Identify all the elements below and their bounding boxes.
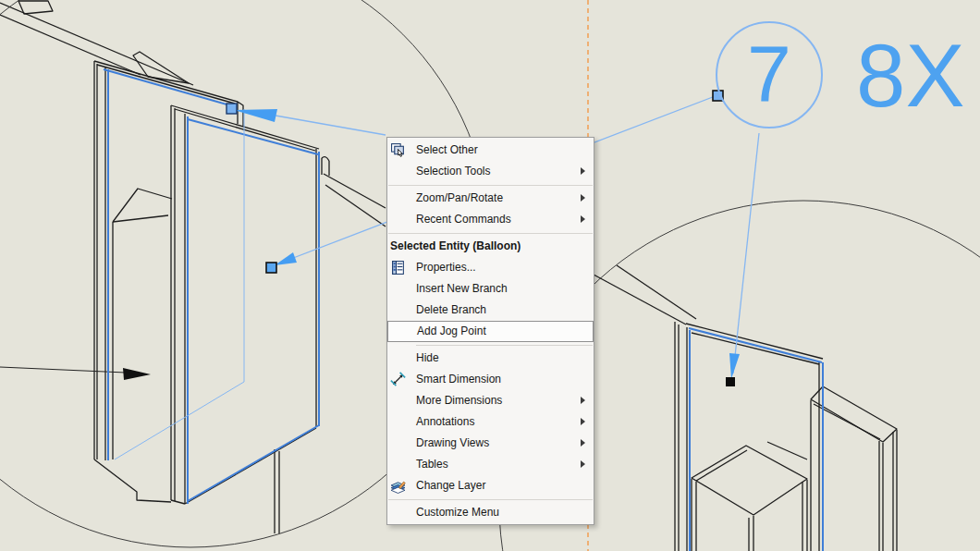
- balloon-number: 7: [716, 21, 823, 129]
- menu-item-select-other[interactable]: Select Other: [387, 140, 594, 161]
- menu-item-recent-commands[interactable]: Recent Commands: [387, 209, 594, 230]
- menu-item-label: Zoom/Pan/Rotate: [416, 191, 503, 204]
- properties-icon: [390, 260, 406, 276]
- menu-item-more-dimensions[interactable]: More Dimensions: [387, 390, 594, 411]
- menu-item-label: Hide: [416, 351, 439, 364]
- menu-item-customize-menu[interactable]: Customize Menu: [387, 502, 594, 523]
- smart-dimension-icon: [390, 372, 406, 387]
- menu-item-label: Selection Tools: [416, 165, 491, 178]
- leader-construction-line: [115, 109, 244, 459]
- menu-item-label: Drawing Views: [416, 436, 489, 449]
- submenu-arrow-icon: [581, 460, 585, 468]
- leader-grip-handle[interactable]: [227, 104, 237, 114]
- menu-item-label: Delete Branch: [416, 303, 486, 316]
- left-detail-view: [0, 1, 386, 533]
- right-detail-view: [594, 265, 897, 551]
- menu-item-label: Customize Menu: [416, 506, 499, 519]
- menu-item-change-layer[interactable]: Change Layer: [387, 475, 594, 496]
- submenu-arrow-icon: [581, 397, 585, 404]
- menu-item-properties[interactable]: Properties...: [387, 257, 594, 278]
- menu-separator: [387, 230, 594, 236]
- menu-item-selection-tools[interactable]: Selection Tools: [387, 161, 594, 182]
- drawing-sheet[interactable]: 7 8X Select OtherSelection ToolsZoom/Pan…: [0, 0, 980, 551]
- menu-item-tables[interactable]: Tables: [387, 454, 594, 475]
- submenu-arrow-icon: [581, 215, 585, 223]
- attachment-grip-handle[interactable]: [726, 377, 735, 386]
- jog-point-grip-handle[interactable]: [266, 263, 276, 273]
- menu-item-label: Tables: [416, 458, 448, 471]
- black-leader-arrow: [0, 367, 151, 380]
- menu-item-label: More Dimensions: [416, 394, 502, 407]
- quantity-label: 8X: [856, 18, 976, 133]
- menu-item-smart-dimension[interactable]: Smart Dimension: [387, 369, 594, 390]
- menu-item-label: Add Jog Point: [417, 324, 486, 337]
- menu-item-label: Change Layer: [416, 479, 485, 492]
- change-layer-icon: [390, 478, 406, 494]
- menu-item-insert-new-branch[interactable]: Insert New Branch: [387, 278, 594, 300]
- submenu-arrow-icon: [581, 439, 585, 447]
- menu-item-add-jog-point[interactable]: Add Jog Point: [387, 321, 594, 342]
- menu-item-label: Insert New Branch: [416, 282, 508, 295]
- select-other-icon: [390, 142, 406, 158]
- menu-item-drawing-views[interactable]: Drawing Views: [387, 433, 594, 454]
- submenu-arrow-icon: [581, 418, 585, 425]
- leader-arrowhead: [729, 353, 740, 379]
- menu-item-label: Properties...: [416, 261, 476, 274]
- leader-to-top-edge: [276, 116, 386, 135]
- menu-item-delete-branch[interactable]: Delete Branch: [387, 300, 594, 321]
- menu-item-hide[interactable]: Hide: [387, 348, 594, 369]
- context-menu: Select OtherSelection ToolsZoom/Pan/Rota…: [386, 137, 594, 525]
- submenu-arrow-icon: [581, 167, 585, 175]
- menu-item-label: Recent Commands: [416, 213, 511, 226]
- leader-to-right-view: [733, 133, 759, 373]
- menu-header-selected-entity-balloon: Selected Entity (Balloon): [387, 236, 594, 257]
- menu-item-label: Smart Dimension: [416, 373, 501, 386]
- leader-arrowhead: [275, 252, 297, 265]
- menu-item-zoom-pan-rotate[interactable]: Zoom/Pan/Rotate: [387, 188, 594, 209]
- leader-arrowhead: [234, 109, 277, 122]
- submenu-arrow-icon: [581, 194, 585, 202]
- menu-item-label: Annotations: [416, 415, 474, 428]
- menu-item-label: Select Other: [416, 143, 478, 156]
- menu-item-annotations[interactable]: Annotations: [387, 411, 594, 433]
